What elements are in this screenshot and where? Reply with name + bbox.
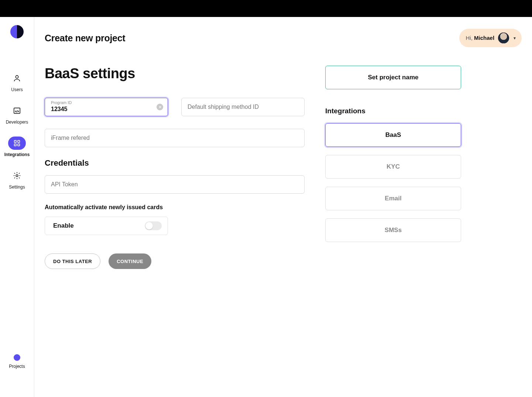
sidebar: Users Developers Integrations	[0, 17, 34, 397]
shipping-method-input[interactable]	[188, 104, 298, 110]
svg-rect-4	[14, 144, 17, 146]
user-greeting: Hi,	[466, 35, 474, 41]
api-token-field[interactable]	[45, 175, 305, 194]
shipping-method-field[interactable]	[181, 98, 305, 116]
section-title: BaaS settings	[45, 66, 305, 82]
page-title: Create new project	[45, 33, 125, 44]
api-token-input[interactable]	[51, 181, 298, 188]
puzzle-icon	[8, 137, 26, 150]
sidebar-item-label: Developers	[6, 120, 28, 125]
sidebar-item-label: Settings	[9, 184, 25, 190]
credentials-title: Credentials	[45, 158, 305, 168]
sidebar-item-settings[interactable]: Settings	[8, 169, 26, 190]
user-menu[interactable]: Hi, Michael ▼	[459, 29, 522, 47]
app-logo[interactable]	[10, 25, 24, 38]
svg-point-6	[16, 175, 18, 177]
svg-point-0	[16, 76, 18, 78]
code-icon	[8, 104, 26, 117]
projects-icon	[14, 354, 20, 361]
svg-rect-5	[18, 144, 20, 146]
program-id-input[interactable]	[51, 106, 162, 113]
integration-baas[interactable]: BaaS	[325, 123, 461, 147]
auto-activate-heading: Automatically activate newly issued card…	[45, 204, 305, 211]
os-topbar	[0, 0, 532, 17]
clear-icon[interactable]: ✕	[157, 104, 163, 110]
do-this-later-button[interactable]: DO THIS LATER	[45, 253, 100, 269]
integration-email[interactable]: Email	[325, 187, 461, 210]
integration-smss[interactable]: SMSs	[325, 218, 461, 242]
sidebar-item-label: Projects	[9, 364, 25, 369]
svg-rect-3	[18, 141, 20, 143]
sidebar-item-integrations[interactable]: Integrations	[4, 137, 30, 157]
avatar	[498, 32, 509, 44]
gear-icon	[8, 169, 26, 182]
iframe-refered-field[interactable]	[45, 129, 305, 147]
program-id-label: Program ID	[51, 100, 72, 105]
sidebar-item-projects[interactable]: Projects	[9, 354, 25, 369]
integration-kyc[interactable]: KYC	[325, 155, 461, 179]
sidebar-item-label: Users	[11, 87, 23, 92]
integrations-title: Integrations	[325, 107, 461, 115]
sidebar-item-users[interactable]: Users	[8, 72, 26, 92]
continue-button[interactable]: CONTINUE	[109, 253, 151, 269]
sidebar-item-developers[interactable]: Developers	[6, 104, 28, 125]
user-name: Michael	[474, 35, 494, 41]
chevron-down-icon: ▼	[513, 36, 516, 40]
enable-toggle[interactable]	[145, 221, 162, 230]
enable-label: Enable	[53, 222, 74, 229]
svg-rect-2	[14, 141, 17, 143]
iframe-refered-input[interactable]	[51, 135, 298, 141]
sidebar-item-label: Integrations	[4, 152, 30, 157]
enable-toggle-card: Enable	[45, 217, 168, 235]
user-icon	[8, 72, 26, 85]
program-id-field[interactable]: Program ID ✕	[45, 98, 168, 116]
set-project-name-step[interactable]: Set project name	[325, 66, 461, 89]
